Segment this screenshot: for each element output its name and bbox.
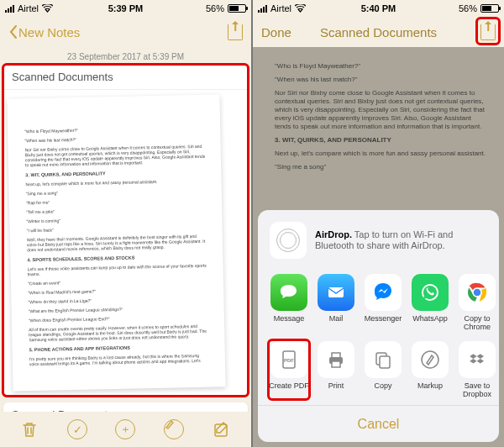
airdrop-icon: [270, 222, 307, 259]
wifi-icon: [295, 4, 306, 13]
phone-right: Airtel 5:40 PM 56% Done Scanned Document…: [253, 0, 504, 447]
app-chrome[interactable]: Copy toChrome: [454, 274, 499, 331]
share-button[interactable]: [480, 24, 496, 40]
battery-pct: 56%: [206, 3, 224, 13]
markup-button[interactable]: [164, 419, 184, 439]
action-label: Copy: [374, 381, 391, 390]
signal-icon: [5, 5, 14, 13]
svg-point-13: [422, 351, 438, 368]
action-print[interactable]: Print: [313, 341, 359, 398]
share-button[interactable]: [228, 24, 243, 40]
action-create-pdf[interactable]: PDF Create PDF: [266, 341, 312, 398]
clock: 5:40 PM: [361, 3, 396, 13]
action-label: Print: [328, 381, 344, 390]
svg-rect-10: [332, 361, 340, 367]
status-bar: Airtel 5:39 PM 56%: [0, 0, 251, 17]
app-label: Mail: [329, 314, 344, 323]
nav-title: Scanned Documents: [320, 25, 437, 39]
note-timestamp: 23 September 2017 at 5:39 PM: [2, 52, 249, 61]
phone-left: Airtel 5:39 PM 56% New Notes 23 Septembe…: [0, 0, 251, 447]
app-label: Messenger: [365, 314, 402, 323]
carrier: Airtel: [18, 3, 39, 13]
action-label: Markup: [417, 381, 443, 390]
signal-icon: [258, 5, 267, 13]
nav-bar: New Notes: [0, 17, 251, 47]
toolbar: ✓ ＋: [0, 412, 251, 447]
app-row: Message Mail Messenger WhatsApp Copy toC…: [258, 269, 499, 336]
cancel-button[interactable]: Cancel: [258, 405, 499, 442]
app-label: WhatsApp: [412, 314, 448, 323]
app-messenger[interactable]: Messenger: [360, 274, 406, 331]
battery-pct: 56%: [459, 3, 477, 13]
back-label: New Notes: [18, 25, 80, 39]
compose-icon[interactable]: [212, 419, 232, 439]
svg-rect-12: [380, 356, 390, 368]
app-whatsapp[interactable]: WhatsApp: [407, 274, 453, 331]
scanned-doc-card[interactable]: Scanned Documents "Who is Floyd Mayweath…: [3, 65, 248, 396]
trash-icon[interactable]: [19, 419, 39, 439]
airdrop-row[interactable]: AirDrop. Tap to turn on Wi-Fi and Blueto…: [258, 217, 499, 269]
battery-icon: [480, 4, 499, 13]
airdrop-lead: AirDrop.: [315, 229, 352, 239]
status-bar: Airtel 5:40 PM 56%: [253, 0, 504, 17]
clock: 5:39 PM: [108, 3, 144, 13]
scanned-doc-card-2[interactable]: Scanned Documents: [3, 402, 248, 412]
add-button[interactable]: ＋: [115, 419, 135, 439]
battery-icon: [228, 4, 246, 13]
action-dropbox[interactable]: Save toDropbox: [454, 341, 499, 398]
wifi-icon: [42, 4, 53, 13]
action-copy[interactable]: Copy: [360, 341, 406, 398]
card-title-2: Scanned Documents: [3, 402, 248, 412]
action-row: PDF Create PDF Print Copy Markup S: [258, 336, 499, 405]
app-mail[interactable]: Mail: [313, 274, 359, 331]
checklist-button[interactable]: ✓: [67, 419, 87, 439]
content-dimmed: "Who is Floyd Mayweather?" "When was his…: [253, 47, 504, 447]
done-button[interactable]: Done: [261, 25, 291, 39]
back-button[interactable]: New Notes: [8, 24, 80, 39]
nav-bar: Done Scanned Documents: [253, 17, 504, 47]
action-markup[interactable]: Markup: [407, 341, 453, 398]
app-label: Copy toChrome: [464, 314, 491, 331]
app-message[interactable]: Message: [266, 274, 312, 331]
carrier: Airtel: [270, 3, 291, 13]
svg-rect-1: [328, 287, 344, 297]
chevron-left-icon: [11, 26, 16, 38]
action-label: Save toDropbox: [463, 381, 491, 398]
share-sheet: AirDrop. Tap to turn on Wi-Fi and Blueto…: [258, 210, 499, 442]
app-label: Message: [274, 314, 305, 323]
